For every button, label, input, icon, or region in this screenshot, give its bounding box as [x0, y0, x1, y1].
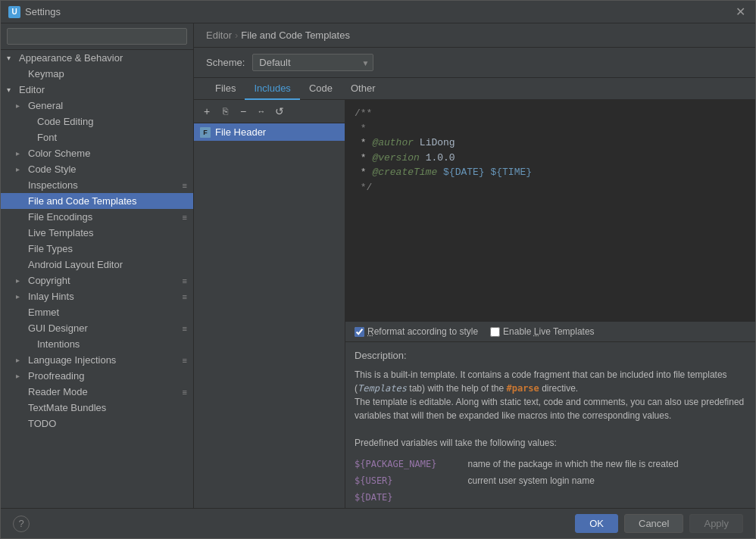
- template-toolbar: + ⎘ − ↔ ↺: [194, 100, 345, 123]
- sidebar-item-label: Editor: [19, 84, 45, 95]
- sidebar-item-label: Intentions: [37, 338, 80, 350]
- main-panel: Editor › File and Code Templates Scheme:…: [194, 23, 755, 508]
- description-table: ${PACKAGE_NAME} name of the package in w…: [355, 456, 746, 506]
- app-icon: U: [8, 6, 20, 18]
- description-text: This is a built-in template. It contains…: [355, 368, 746, 450]
- search-box: 🔍: [1, 23, 193, 50]
- sidebar-item-editor[interactable]: ▾Editor: [1, 82, 193, 98]
- sidebar-item-color-scheme[interactable]: ▸Color Scheme: [1, 145, 193, 161]
- window-title: Settings: [25, 6, 733, 17]
- template-item-file-header[interactable]: F File Header: [194, 123, 345, 141]
- var-desc: current user system login name: [467, 472, 746, 489]
- sidebar-item-android-layout-editor[interactable]: ▸Android Layout Editor: [1, 257, 193, 273]
- badge-icon: ≡: [183, 181, 187, 190]
- sidebar-item-language-injections[interactable]: ▸Language Injections≡: [1, 352, 193, 368]
- sidebar-item-copyright[interactable]: ▸Copyright≡: [1, 273, 193, 288]
- live-templates-label: Enable Live Templates: [503, 326, 595, 337]
- tab-code[interactable]: Code: [300, 78, 342, 100]
- search-wrapper: 🔍: [7, 28, 187, 45]
- ok-button[interactable]: OK: [575, 514, 618, 533]
- template-list: F File Header: [194, 123, 345, 508]
- var-desc: [467, 489, 746, 506]
- copy-button[interactable]: ⎘: [217, 103, 233, 120]
- action-buttons: OK Cancel Apply: [575, 514, 743, 533]
- tab-files[interactable]: Files: [206, 78, 245, 100]
- add-button[interactable]: +: [198, 103, 215, 120]
- sidebar-item-textmate-bundles[interactable]: ▸TextMate Bundles: [1, 400, 193, 416]
- live-templates-checkbox-wrapper: Enable Live Templates: [490, 326, 595, 337]
- badge-icon: ≡: [183, 213, 187, 222]
- description-label: Description:: [355, 348, 746, 363]
- var-name: ${DATE}: [355, 489, 467, 506]
- scheme-label: Scheme:: [206, 57, 245, 68]
- breadcrumb-parent: Editor: [206, 30, 232, 41]
- expand-icon: ▸: [16, 292, 25, 301]
- reset-button[interactable]: ↺: [271, 103, 288, 120]
- sidebar-item-keymap[interactable]: ▸Keymap: [1, 66, 193, 82]
- search-input[interactable]: [7, 28, 187, 45]
- var-desc: name of the package in which the new fil…: [467, 456, 746, 472]
- breadcrumb-separator: ›: [235, 30, 238, 41]
- live-templates-checkbox[interactable]: [490, 327, 500, 337]
- template-item-label: File Header: [215, 126, 266, 138]
- reformat-label: Reformat according to style: [367, 326, 478, 337]
- sidebar-item-inlay-hints[interactable]: ▸Inlay Hints≡: [1, 288, 193, 304]
- sidebar-item-todo[interactable]: ▸TODO: [1, 416, 193, 432]
- close-button[interactable]: ✕: [733, 5, 748, 20]
- sidebar-item-label: Appearance & Behavior: [19, 52, 123, 64]
- sidebar-item-label: Live Templates: [28, 227, 93, 238]
- sidebar-item-file-encodings[interactable]: ▸File Encodings≡: [1, 209, 193, 225]
- sidebar-item-inspections[interactable]: ▸Inspections≡: [1, 177, 193, 193]
- help-button[interactable]: ?: [13, 516, 30, 532]
- expand-icon: ▸: [16, 356, 25, 364]
- expand-icon: ▾: [7, 86, 16, 94]
- tab-other[interactable]: Other: [342, 78, 385, 100]
- sidebar-item-gui-designer[interactable]: ▸GUI Designer≡: [1, 320, 193, 336]
- move-button[interactable]: ↔: [253, 103, 270, 120]
- expand-icon: ▾: [7, 54, 16, 62]
- sidebar-item-label: Emmet: [28, 307, 59, 318]
- scheme-select[interactable]: Default Project: [252, 54, 373, 71]
- cancel-button[interactable]: Cancel: [624, 514, 683, 533]
- bottom-bar: ? OK Cancel Apply: [1, 508, 755, 538]
- code-panel: /** * * @author LiDong * @version 1.0.0 …: [345, 100, 755, 508]
- settings-tree: ▾Appearance & Behavior▸Keymap▾Editor▸Gen…: [1, 50, 193, 432]
- expand-icon: ▸: [16, 101, 25, 110]
- sidebar-item-live-templates[interactable]: ▸Live Templates: [1, 225, 193, 241]
- expand-icon: ▸: [16, 165, 25, 173]
- table-row: ${USER} current user system login name: [355, 472, 746, 489]
- template-list-panel: + ⎘ − ↔ ↺ F File Header: [194, 100, 345, 508]
- var-name: ${PACKAGE_NAME}: [355, 456, 467, 472]
- sidebar-item-label: Code Style: [28, 164, 77, 175]
- sidebar-item-font[interactable]: ▸Font: [1, 129, 193, 145]
- scheme-row: Scheme: Default Project ▼: [194, 48, 755, 78]
- sidebar-item-file-and-code-templates[interactable]: ▸File and Code Templates: [1, 193, 193, 209]
- sidebar-item-code-editing[interactable]: ▸Code Editing: [1, 114, 193, 129]
- sidebar-item-label: TODO: [28, 418, 56, 429]
- table-row: ${PACKAGE_NAME} name of the package in w…: [355, 456, 746, 472]
- sidebar-item-label: Code Editing: [37, 116, 93, 127]
- sidebar-item-general[interactable]: ▸General: [1, 98, 193, 114]
- sidebar-item-label: Color Scheme: [28, 148, 90, 159]
- code-editor[interactable]: /** * * @author LiDong * @version 1.0.0 …: [345, 100, 755, 321]
- sidebar-item-intentions[interactable]: ▸Intentions: [1, 336, 193, 352]
- sidebar-item-emmet[interactable]: ▸Emmet: [1, 304, 193, 320]
- sidebar-item-label: Font: [37, 132, 57, 143]
- tab-includes[interactable]: Includes: [245, 78, 299, 100]
- remove-button[interactable]: −: [235, 103, 251, 120]
- sidebar-item-label: Keymap: [28, 68, 64, 79]
- sidebar-item-label: Android Layout Editor: [28, 259, 123, 270]
- sidebar-item-proofreading[interactable]: ▸Proofreading: [1, 368, 193, 384]
- badge-icon: ≡: [183, 276, 187, 285]
- sidebar-item-label: Copyright: [28, 275, 70, 286]
- reformat-checkbox[interactable]: [355, 327, 364, 337]
- apply-button[interactable]: Apply: [689, 514, 743, 533]
- var-name: ${USER}: [355, 472, 467, 489]
- sidebar-item-label: File Types: [28, 243, 73, 254]
- sidebar-item-appearance[interactable]: ▾Appearance & Behavior: [1, 50, 193, 66]
- sidebar-item-label: General: [28, 100, 63, 111]
- sidebar-item-file-types[interactable]: ▸File Types: [1, 241, 193, 257]
- sidebar-item-reader-mode[interactable]: ▸Reader Mode≡: [1, 384, 193, 400]
- description-panel: Description: This is a built-in template…: [345, 341, 755, 508]
- sidebar-item-code-style[interactable]: ▸Code Style: [1, 161, 193, 177]
